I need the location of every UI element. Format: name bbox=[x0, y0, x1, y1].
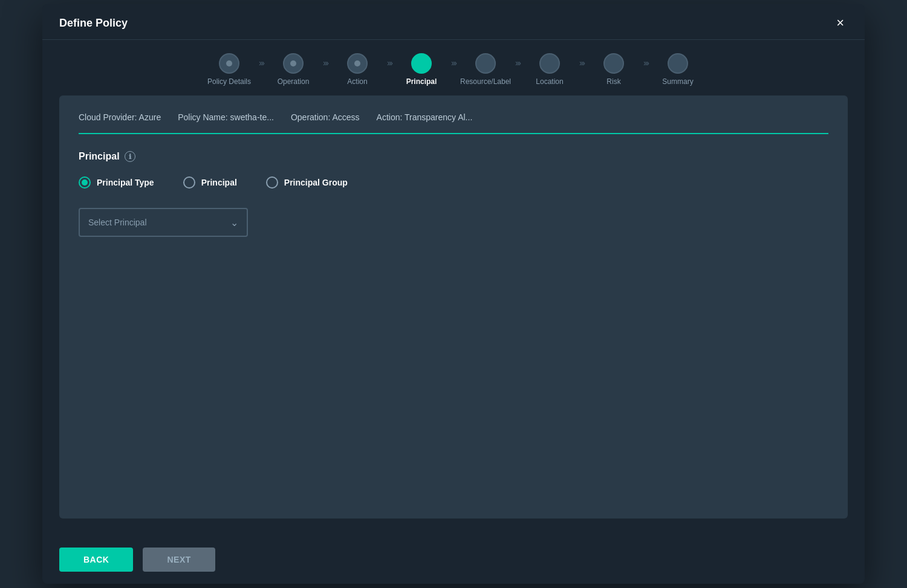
arrow-4: ››› bbox=[449, 58, 458, 68]
principal-section: Principal ℹ Principal Type P bbox=[79, 151, 828, 502]
radio-principal-type[interactable]: Principal Type bbox=[79, 176, 154, 189]
radio-circle-principal-group bbox=[266, 176, 278, 189]
breadcrumb-operation: Operation: Access bbox=[291, 112, 377, 122]
step-dot-action bbox=[353, 59, 362, 68]
step-label-policy-details: Policy Details bbox=[207, 77, 251, 86]
arrow-1: ››› bbox=[256, 58, 266, 68]
arrow-7: ››› bbox=[641, 58, 651, 68]
step-risk[interactable]: Risk bbox=[587, 53, 641, 86]
step-label-risk: Risk bbox=[606, 77, 620, 86]
step-circle-risk bbox=[603, 53, 624, 74]
step-circle-action bbox=[347, 53, 368, 74]
section-title: Principal ℹ bbox=[79, 151, 828, 162]
breadcrumb-cloud-provider: Cloud Provider: Azure bbox=[79, 112, 178, 122]
step-circle-operation bbox=[283, 53, 304, 74]
radio-principal[interactable]: Principal bbox=[183, 176, 237, 189]
step-label-summary: Summary bbox=[662, 77, 693, 86]
step-principal[interactable]: Principal bbox=[394, 53, 449, 86]
svg-point-1 bbox=[290, 60, 296, 66]
breadcrumb-policy-name: Policy Name: swetha-te... bbox=[178, 112, 291, 122]
step-label-principal: Principal bbox=[406, 77, 437, 86]
step-label-action: Action bbox=[347, 77, 367, 86]
step-circle-policy-details bbox=[219, 53, 239, 74]
next-button[interactable]: NEXT bbox=[143, 548, 215, 572]
step-policy-details[interactable]: Policy Details bbox=[202, 53, 256, 86]
modal-title: Define Policy bbox=[59, 17, 128, 30]
step-circle-location bbox=[539, 53, 560, 74]
radio-circle-principal-type bbox=[79, 176, 91, 189]
content-panel: Cloud Provider: Azure Policy Name: sweth… bbox=[59, 95, 848, 519]
info-icon[interactable]: ℹ bbox=[125, 151, 135, 162]
step-operation[interactable]: Operation bbox=[266, 53, 320, 86]
radio-group-principal: Principal Type Principal Principal Group bbox=[79, 176, 828, 189]
step-circle-summary bbox=[668, 53, 688, 74]
arrow-6: ››› bbox=[577, 58, 587, 68]
chevron-down-icon: ⌄ bbox=[230, 217, 238, 228]
step-summary[interactable]: Summary bbox=[651, 53, 705, 86]
arrow-5: ››› bbox=[513, 58, 522, 68]
step-action[interactable]: Action bbox=[330, 53, 385, 86]
radio-label-principal-type: Principal Type bbox=[97, 178, 154, 187]
step-label-operation: Operation bbox=[278, 77, 310, 86]
arrow-3: ››› bbox=[385, 58, 394, 68]
radio-circle-principal bbox=[183, 176, 195, 189]
close-button[interactable]: × bbox=[833, 15, 848, 31]
radio-principal-group[interactable]: Principal Group bbox=[266, 176, 348, 189]
modal-header: Define Policy × bbox=[42, 4, 865, 40]
svg-point-2 bbox=[354, 60, 360, 66]
select-principal-placeholder: Select Principal bbox=[88, 218, 147, 227]
step-circle-principal bbox=[411, 53, 432, 74]
step-dot-policy-details bbox=[225, 59, 233, 68]
modal-body: Cloud Provider: Azure Policy Name: sweth… bbox=[42, 95, 865, 535]
breadcrumb-action: Action: Transparency Al... bbox=[377, 112, 490, 122]
step-label-resource-label: Resource/Label bbox=[460, 77, 511, 86]
svg-point-0 bbox=[226, 60, 232, 66]
step-label-location: Location bbox=[536, 77, 563, 86]
breadcrumb: Cloud Provider: Azure Policy Name: sweth… bbox=[79, 112, 828, 134]
stepper: Policy Details ››› Operation ››› Action … bbox=[42, 40, 865, 95]
define-policy-modal: Define Policy × Policy Details ››› Opera… bbox=[42, 4, 865, 584]
step-resource-label[interactable]: Resource/Label bbox=[458, 53, 513, 86]
back-button[interactable]: BACK bbox=[59, 548, 133, 572]
arrow-2: ››› bbox=[320, 58, 330, 68]
step-location[interactable]: Location bbox=[522, 53, 577, 86]
step-dot-operation bbox=[289, 59, 297, 68]
radio-inner-principal-type bbox=[82, 179, 88, 186]
radio-label-principal: Principal bbox=[201, 178, 237, 187]
step-circle-resource-label bbox=[475, 53, 496, 74]
radio-label-principal-group: Principal Group bbox=[284, 178, 348, 187]
modal-footer: BACK NEXT bbox=[42, 535, 865, 584]
section-title-text: Principal bbox=[79, 151, 120, 162]
select-principal-dropdown[interactable]: Select Principal ⌄ bbox=[79, 208, 248, 237]
